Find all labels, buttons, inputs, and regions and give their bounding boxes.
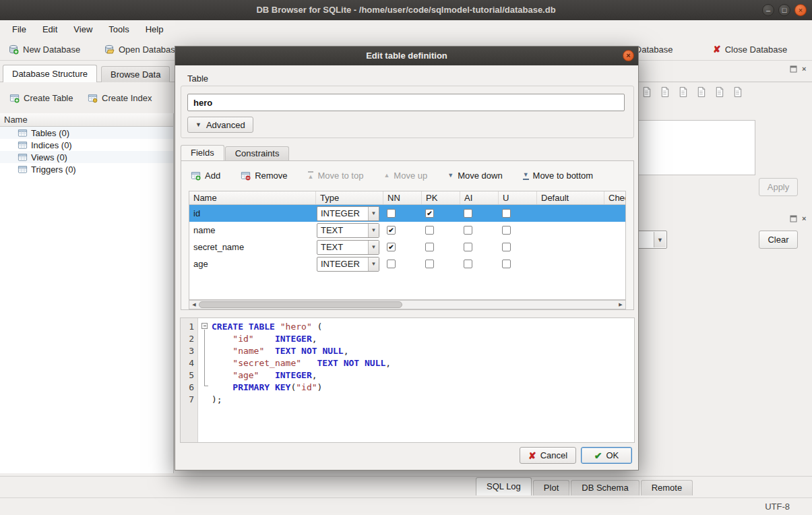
float-icon[interactable]: [790, 215, 797, 222]
field-default-cell[interactable]: [537, 239, 604, 255]
u-checkbox[interactable]: [502, 260, 511, 268]
action-remove[interactable]: Remove: [241, 171, 287, 181]
u-checkbox[interactable]: [502, 209, 511, 218]
tree-column-header-name[interactable]: Name: [0, 113, 174, 127]
dialog-titlebar[interactable]: Edit table definition ×: [175, 47, 638, 65]
action-move-down[interactable]: ▼Move down: [447, 171, 502, 181]
column-header-name[interactable]: Name: [189, 191, 316, 204]
field-name-cell[interactable]: secret_name: [189, 239, 316, 255]
document-icon[interactable]: [732, 86, 743, 98]
clear-button[interactable]: Clear: [759, 231, 798, 249]
code-fold-icon[interactable]: [201, 323, 208, 329]
pk-checkbox[interactable]: [425, 260, 434, 268]
column-header-type[interactable]: Type: [316, 191, 383, 204]
close-database-button[interactable]: ✘ Close Database: [709, 40, 791, 58]
open-database-button[interactable]: Open Database: [100, 40, 184, 58]
dock-close-icon[interactable]: ×: [802, 215, 806, 222]
cancel-button[interactable]: ✘ Cancel: [520, 447, 576, 464]
apply-button[interactable]: Apply: [759, 178, 798, 196]
dialog-tab-fields[interactable]: Fields: [181, 145, 224, 160]
nn-checkbox[interactable]: [387, 209, 396, 218]
ok-button[interactable]: ✔ OK: [581, 447, 632, 464]
document-icon[interactable]: [642, 86, 652, 98]
type-select[interactable]: TEXT▼: [317, 240, 379, 255]
maximize-button[interactable]: □: [778, 4, 790, 16]
new-database-button[interactable]: New Database: [4, 40, 84, 58]
tree-item-views-0[interactable]: Views (0): [0, 151, 173, 163]
bottom-tab-remote[interactable]: Remote: [641, 480, 693, 495]
dialog-tab-constraints[interactable]: Constraints: [225, 146, 290, 160]
window-titlebar[interactable]: DB Browser for SQLite - /home/user/code/…: [0, 0, 812, 20]
column-header-pk[interactable]: PK: [422, 191, 460, 204]
field-type-cell: INTEGER▼: [316, 255, 383, 272]
tree-item-triggers-0[interactable]: Triggers (0): [0, 163, 173, 175]
type-select[interactable]: INTEGER▼: [317, 206, 379, 221]
type-select-value: INTEGER: [317, 208, 368, 218]
field-name-cell[interactable]: id: [189, 205, 316, 222]
pk-checkbox[interactable]: [425, 226, 434, 235]
menu-file[interactable]: File: [4, 22, 34, 36]
field-default-cell[interactable]: [537, 255, 604, 272]
table-name-input[interactable]: [187, 94, 625, 111]
tab-browse-data[interactable]: Browse Data: [101, 66, 170, 82]
type-select[interactable]: TEXT▼: [317, 223, 379, 238]
document-icon[interactable]: [660, 86, 670, 98]
menu-tools[interactable]: Tools: [100, 22, 137, 36]
nn-checkbox[interactable]: [387, 243, 396, 251]
table-icon: [18, 128, 28, 138]
scrollbar-thumb[interactable]: [199, 301, 402, 308]
close-button[interactable]: ×: [794, 4, 807, 16]
field-default-cell[interactable]: [537, 222, 604, 239]
scroll-right-icon[interactable]: ▶: [616, 301, 625, 309]
minimize-button[interactable]: –: [762, 4, 774, 16]
ai-checkbox[interactable]: [464, 209, 472, 218]
u-checkbox[interactable]: [502, 243, 511, 251]
tree-item-tables-0[interactable]: Tables (0): [0, 127, 173, 139]
field-row-secret-name[interactable]: secret_nameTEXT▼: [189, 239, 625, 255]
horizontal-scrollbar[interactable]: ◀ ▶: [189, 300, 626, 309]
bottom-tab-plot[interactable]: Plot: [533, 480, 569, 495]
menu-edit[interactable]: Edit: [34, 22, 65, 36]
create-table-button[interactable]: Create Table: [5, 89, 77, 107]
action-label: Move to bottom: [533, 171, 594, 181]
menu-view[interactable]: View: [65, 22, 100, 36]
action-add[interactable]: Add: [191, 171, 220, 181]
bottom-tab-db-schema[interactable]: DB Schema: [571, 480, 639, 495]
ai-checkbox[interactable]: [464, 226, 472, 235]
type-select[interactable]: INTEGER▼: [317, 257, 379, 272]
field-row-age[interactable]: ageINTEGER▼: [189, 255, 625, 272]
field-name-cell[interactable]: age: [189, 255, 316, 272]
nn-checkbox[interactable]: [387, 260, 396, 268]
field-row-name[interactable]: nameTEXT▼: [189, 222, 625, 239]
advanced-toggle-button[interactable]: ▼ Advanced: [187, 117, 253, 133]
float-icon[interactable]: [790, 65, 797, 73]
pk-checkbox[interactable]: [425, 243, 434, 251]
u-checkbox[interactable]: [502, 226, 511, 235]
tree-item-indices-0[interactable]: Indices (0): [0, 139, 173, 151]
field-ai-cell: [460, 222, 499, 239]
nn-checkbox[interactable]: [387, 226, 396, 235]
tab-database-structure[interactable]: Database Structure: [3, 65, 97, 82]
column-header-nn[interactable]: NN: [383, 191, 422, 204]
pk-checkbox[interactable]: [425, 209, 434, 218]
column-header-u[interactable]: U: [499, 191, 537, 204]
field-name-cell[interactable]: name: [189, 222, 316, 239]
ai-checkbox[interactable]: [464, 260, 472, 268]
column-header-check[interactable]: Check: [604, 191, 626, 204]
menu-help[interactable]: Help: [137, 22, 172, 36]
column-header-default[interactable]: Default: [537, 191, 604, 204]
column-header-ai[interactable]: AI: [460, 191, 499, 204]
document-icon[interactable]: [714, 86, 724, 98]
dialog-close-button[interactable]: ×: [623, 50, 634, 61]
dock-close-icon[interactable]: ×: [802, 65, 806, 73]
sql-preview[interactable]: 1234567 CREATE TABLE "hero" ( "id" INTEG…: [180, 317, 635, 443]
field-default-cell[interactable]: [537, 205, 604, 222]
ai-checkbox[interactable]: [464, 243, 472, 251]
create-index-button[interactable]: Create Index: [84, 89, 156, 107]
document-icon[interactable]: [696, 86, 706, 98]
scroll-left-icon[interactable]: ◀: [189, 301, 199, 309]
document-icon[interactable]: [678, 86, 688, 98]
action-move-to-bottom[interactable]: ▼Move to bottom: [523, 171, 594, 181]
field-row-id[interactable]: idINTEGER▼: [189, 205, 625, 222]
bottom-tab-sql-log[interactable]: SQL Log: [476, 477, 532, 495]
